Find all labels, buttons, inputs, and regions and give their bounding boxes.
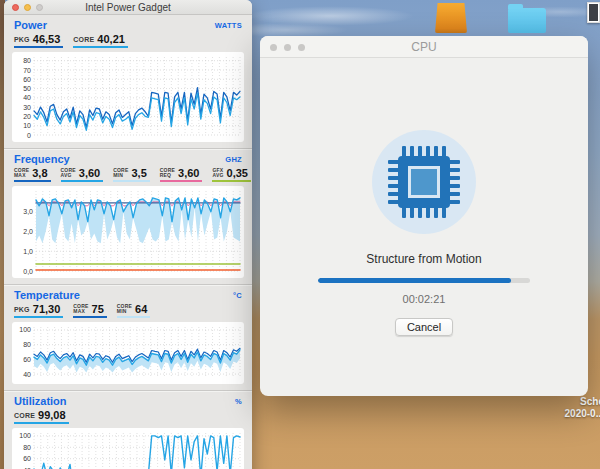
close-button[interactable]: [12, 4, 19, 11]
svg-text:70: 70: [23, 67, 31, 74]
utilization-section: Utilization % CORE 99,08 020406080100: [4, 390, 252, 469]
svg-text:40: 40: [23, 371, 31, 378]
power-unit-label: WATTS: [215, 21, 242, 30]
svg-text:30: 30: [23, 104, 31, 111]
utilization-section-title: Utilization: [14, 395, 67, 407]
stat-gfx-avg-freq: GFXAVG 0,35: [212, 167, 251, 182]
blue-folder-icon[interactable]: [508, 8, 546, 33]
power-gadget-window: Intel Power Gadget Power WATTS PKG 46,53…: [4, 0, 252, 469]
svg-text:60: 60: [23, 356, 31, 363]
frequency-section-title: Frequency: [14, 153, 70, 165]
zoom-button[interactable]: [298, 44, 305, 51]
window-title: Intel Power Gadget: [85, 2, 171, 13]
temperature-section: Temperature °C PKG 71,30 COREMAX 75 CORE…: [4, 284, 252, 384]
frequency-section: Frequency GHZ COREMAX 3,8 COREAVG 3,60 C…: [4, 148, 252, 278]
temperature-chart: 406080100: [12, 322, 244, 384]
temperature-section-title: Temperature: [14, 289, 80, 301]
desktop-file-label-line1: Sche: [580, 396, 600, 407]
orange-folder-icon[interactable]: [435, 3, 467, 33]
svg-text:0,0: 0,0: [23, 268, 33, 275]
power-section: Power WATTS PKG 46,53 CORE 40,21 0102030…: [4, 15, 252, 142]
desktop-file-label-line2: 2020-0...: [565, 408, 600, 419]
minimize-button[interactable]: [24, 4, 31, 11]
svg-text:20: 20: [23, 113, 31, 120]
stat-core-max-temp: COREMAX 75: [73, 303, 107, 318]
desktop-file-label[interactable]: Sche 2020-0...: [514, 396, 600, 420]
temperature-unit-label: °C: [233, 291, 242, 300]
stat-core-req-freq: COREREQ 3,60: [160, 167, 203, 182]
utilization-chart: 020406080100: [12, 428, 244, 469]
svg-text:60: 60: [23, 455, 31, 462]
svg-text:80: 80: [23, 341, 31, 348]
frequency-unit-label: GHZ: [225, 155, 242, 164]
stat-core-max-freq: COREMAX 3,8: [14, 167, 51, 182]
utilization-unit-label: %: [235, 397, 242, 406]
svg-text:50: 50: [23, 85, 31, 92]
power-gadget-titlebar[interactable]: Intel Power Gadget: [4, 0, 252, 15]
svg-text:0: 0: [27, 132, 31, 139]
progress-bar: [318, 278, 530, 283]
stat-core-avg-freq: COREAVG 3,60: [61, 167, 104, 182]
traffic-lights: [12, 4, 43, 11]
cancel-button[interactable]: Cancel: [395, 318, 453, 336]
close-button[interactable]: [270, 44, 277, 51]
svg-text:80: 80: [23, 444, 31, 451]
stat-pkg-power: PKG 46,53: [14, 33, 63, 48]
svg-text:100: 100: [19, 432, 31, 439]
stat-core-util: CORE 99,08: [14, 409, 69, 424]
zoom-button[interactable]: [36, 4, 43, 11]
cpu-icon-circle: [372, 130, 476, 234]
stat-core-power: CORE 40,21: [73, 33, 128, 48]
task-label: Structure from Motion: [366, 252, 481, 266]
frequency-chart: 0,01,02,03,0: [12, 186, 244, 278]
cpu-dialog-window: CPU Structure from Motion 00:02:21 Cance…: [260, 36, 588, 396]
elapsed-time: 00:02:21: [403, 293, 446, 305]
svg-text:100: 100: [19, 326, 31, 333]
svg-text:1,0: 1,0: [23, 248, 33, 255]
power-section-title: Power: [14, 19, 47, 31]
svg-text:10: 10: [23, 122, 31, 129]
stat-core-min-freq: COREMIN 3,5: [113, 167, 150, 182]
progress-bar-fill: [318, 278, 511, 283]
svg-text:60: 60: [23, 76, 31, 83]
cpu-chip-icon: [384, 142, 464, 222]
cpu-dialog-titlebar[interactable]: CPU: [260, 36, 588, 58]
svg-text:3,0: 3,0: [23, 208, 33, 215]
stat-core-min-temp: COREMIN 64: [117, 303, 151, 318]
power-chart: 01020304050607080: [12, 52, 244, 142]
photo-file-icon[interactable]: [587, 2, 600, 23]
svg-text:2,0: 2,0: [23, 228, 33, 235]
minimize-button[interactable]: [284, 44, 291, 51]
stat-pkg-temp: PKG 71,30: [14, 303, 63, 318]
svg-text:40: 40: [23, 94, 31, 101]
svg-text:80: 80: [23, 57, 31, 64]
inactive-traffic-lights: [270, 44, 305, 51]
cpu-dialog-title: CPU: [411, 40, 436, 54]
